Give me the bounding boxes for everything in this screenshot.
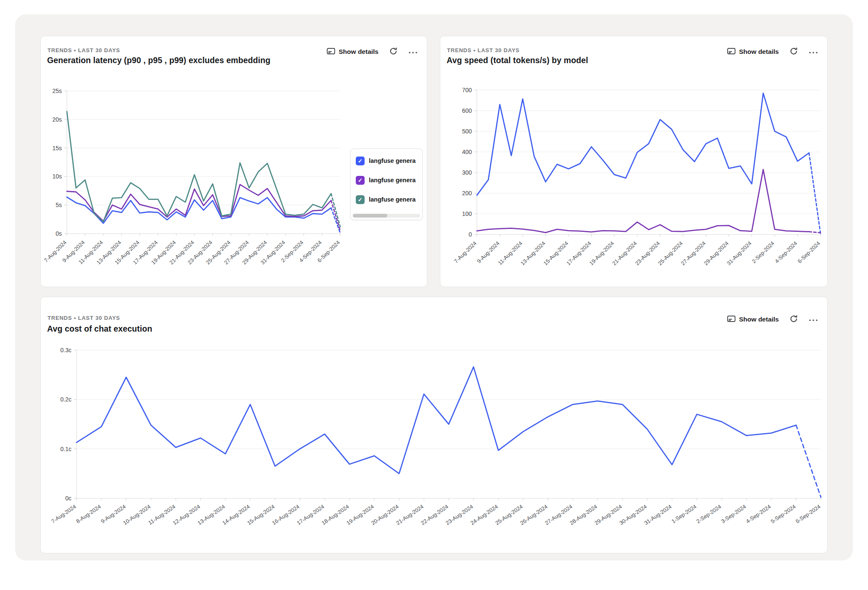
- svg-text:29-Aug-2024: 29-Aug-2024: [593, 503, 623, 526]
- panel-eyebrow: TRENDS • LAST 30 DAYS: [48, 315, 120, 321]
- svg-text:0s: 0s: [56, 230, 62, 237]
- legend-item: ✓ langfuse genera: [351, 168, 422, 188]
- svg-text:23-Aug-2024: 23-Aug-2024: [445, 503, 474, 526]
- panel-controls: Show details: [725, 45, 820, 59]
- svg-text:15s: 15s: [52, 145, 62, 151]
- svg-text:700: 700: [462, 87, 472, 93]
- svg-text:10s: 10s: [52, 173, 62, 180]
- svg-text:0c: 0c: [65, 495, 71, 502]
- refresh-icon: [790, 47, 798, 56]
- ellipsis-icon: [809, 316, 818, 323]
- svg-text:22-Aug-2024: 22-Aug-2024: [420, 503, 450, 526]
- svg-text:13-Aug-2024: 13-Aug-2024: [196, 503, 226, 526]
- svg-text:7-Aug-2024: 7-Aug-2024: [453, 240, 478, 264]
- panel-title: Avg speed (total tokens/s) by model: [447, 56, 588, 65]
- svg-text:10-Aug-2024: 10-Aug-2024: [122, 503, 152, 526]
- svg-text:2-Sep-2024: 2-Sep-2024: [695, 503, 722, 524]
- show-details-label: Show details: [739, 316, 779, 323]
- panel-controls: Show details: [725, 312, 820, 327]
- legend-item: ✓ langfuse genera: [351, 149, 422, 168]
- panel-avg-speed: TRENDS • LAST 30 DAYS Avg speed (total t…: [440, 36, 828, 287]
- ellipsis-icon: [408, 49, 418, 55]
- more-button[interactable]: [406, 46, 420, 58]
- svg-text:3-Sep-2024: 3-Sep-2024: [720, 503, 747, 524]
- svg-text:11-Aug-2024: 11-Aug-2024: [147, 503, 177, 526]
- svg-text:12-Aug-2024: 12-Aug-2024: [172, 503, 201, 526]
- svg-text:26-Aug-2024: 26-Aug-2024: [519, 503, 549, 526]
- svg-text:20-Aug-2024: 20-Aug-2024: [370, 503, 400, 526]
- svg-text:5-Sep-2024: 5-Sep-2024: [770, 503, 797, 524]
- panel-eyebrow: TRENDS • LAST 30 DAYS: [447, 47, 520, 53]
- legend-item-label: langfuse genera: [369, 177, 417, 183]
- details-card-icon: [727, 48, 736, 56]
- svg-text:15-Aug-2024: 15-Aug-2024: [246, 503, 276, 526]
- refresh-button[interactable]: [787, 312, 800, 327]
- dashboard-page: { "icons": { "check": "✓" }, "panels": […: [0, 0, 868, 590]
- chart-legend: ✓ langfuse genera ✓ langfuse genera ✓ la…: [350, 149, 423, 220]
- legend-checkbox-purple[interactable]: ✓: [356, 176, 365, 185]
- svg-text:0.2c: 0.2c: [61, 396, 71, 403]
- svg-text:18-Aug-2024: 18-Aug-2024: [320, 503, 350, 526]
- svg-text:25-Aug-2024: 25-Aug-2024: [494, 503, 524, 526]
- svg-text:24-Aug-2024: 24-Aug-2024: [469, 503, 499, 526]
- legend-scrollbar-track[interactable]: [353, 214, 420, 218]
- refresh-icon: [790, 315, 798, 324]
- panel-generation-latency: TRENDS • LAST 30 DAYS Generation latency…: [40, 36, 427, 287]
- svg-text:7-Aug-2024: 7-Aug-2024: [50, 503, 77, 524]
- svg-text:28-Aug-2024: 28-Aug-2024: [569, 503, 598, 526]
- svg-text:300: 300: [462, 169, 472, 176]
- svg-text:2-Sep-2024: 2-Sep-2024: [751, 240, 775, 264]
- ellipsis-icon: [809, 49, 818, 55]
- legend-item: ✓ langfuse genera: [351, 188, 422, 207]
- show-details-button[interactable]: Show details: [725, 45, 781, 58]
- refresh-button[interactable]: [787, 45, 800, 59]
- svg-text:4-Sep-2024: 4-Sep-2024: [773, 240, 798, 264]
- svg-text:500: 500: [462, 128, 472, 135]
- panel-controls: Show details: [324, 45, 420, 59]
- svg-text:14-Aug-2024: 14-Aug-2024: [221, 503, 251, 526]
- speed-chart[interactable]: 01002003004005006007007-Aug-20249-Aug-20…: [440, 78, 828, 287]
- more-button[interactable]: [806, 46, 820, 58]
- show-details-button[interactable]: Show details: [725, 313, 781, 326]
- svg-text:600: 600: [462, 107, 472, 114]
- svg-text:31-Aug-2024: 31-Aug-2024: [725, 240, 752, 266]
- legend-checkbox-teal[interactable]: ✓: [356, 195, 365, 204]
- svg-text:1-Sep-2024: 1-Sep-2024: [670, 503, 698, 524]
- dashboard-card: TRENDS • LAST 30 DAYS Generation latency…: [15, 14, 853, 561]
- svg-text:16-Aug-2024: 16-Aug-2024: [271, 503, 301, 526]
- svg-text:6-Sep-2024: 6-Sep-2024: [794, 503, 822, 524]
- svg-text:30-Aug-2024: 30-Aug-2024: [618, 503, 648, 526]
- details-card-icon: [727, 315, 736, 324]
- refresh-icon: [389, 47, 397, 56]
- svg-text:20s: 20s: [52, 116, 62, 123]
- refresh-button[interactable]: [387, 45, 400, 59]
- svg-text:200: 200: [462, 190, 472, 197]
- panel-title: Avg cost of chat execution: [47, 324, 152, 334]
- svg-text:6-Sep-2024: 6-Sep-2024: [797, 240, 821, 264]
- svg-text:31-Aug-2024: 31-Aug-2024: [643, 503, 673, 526]
- panel-eyebrow: TRENDS • LAST 30 DAYS: [48, 47, 120, 53]
- show-details-button[interactable]: Show details: [324, 45, 381, 58]
- panel-avg-cost: TRENDS • LAST 30 DAYS Avg cost of chat e…: [40, 297, 828, 553]
- show-details-label: Show details: [739, 48, 779, 56]
- svg-text:25s: 25s: [52, 88, 62, 94]
- details-card-icon: [327, 48, 335, 56]
- svg-text:27-Aug-2024: 27-Aug-2024: [544, 503, 574, 526]
- svg-text:400: 400: [462, 149, 472, 155]
- svg-text:5s: 5s: [56, 202, 62, 208]
- svg-text:0: 0: [468, 231, 472, 238]
- more-button[interactable]: [806, 314, 820, 325]
- svg-text:0.3c: 0.3c: [61, 347, 71, 353]
- show-details-label: Show details: [339, 48, 378, 56]
- legend-item-label: langfuse genera: [369, 196, 417, 203]
- svg-text:100: 100: [462, 210, 472, 217]
- legend-checkbox-blue[interactable]: ✓: [356, 157, 365, 165]
- svg-text:21-Aug-2024: 21-Aug-2024: [395, 503, 425, 526]
- svg-text:8-Aug-2024: 8-Aug-2024: [75, 503, 102, 524]
- legend-scrollbar-thumb[interactable]: [353, 214, 387, 218]
- svg-text:19-Aug-2024: 19-Aug-2024: [345, 503, 375, 526]
- svg-text:9-Aug-2024: 9-Aug-2024: [476, 240, 500, 264]
- svg-text:4-Sep-2024: 4-Sep-2024: [745, 503, 772, 524]
- legend-item-label: langfuse genera: [369, 157, 417, 164]
- cost-chart[interactable]: 0c0.1c0.2c0.3c7-Aug-20248-Aug-20249-Aug-…: [41, 345, 828, 554]
